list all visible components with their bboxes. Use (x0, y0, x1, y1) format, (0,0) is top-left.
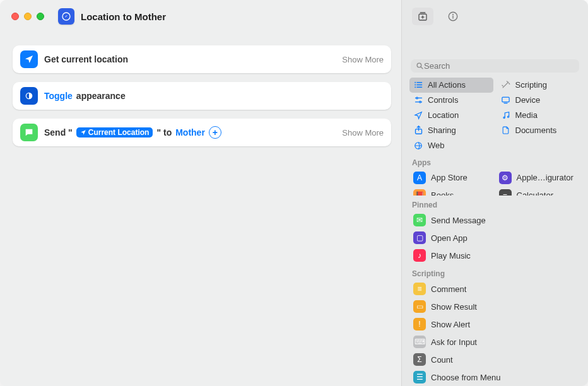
category-documents[interactable]: Documents (497, 123, 581, 138)
category-label: Documents (515, 126, 557, 135)
scripting-count[interactable]: ΣCount (409, 351, 580, 368)
apps-list: AApp Store ⚙Apple…igurator 📕Books =Calcu… (402, 169, 588, 196)
category-controls[interactable]: Controls (409, 93, 493, 108)
app-calculator[interactable]: =Calculator (495, 187, 581, 196)
search-input[interactable] (424, 61, 574, 71)
result-icon: ▭ (413, 300, 426, 313)
action-toggle-appearance[interactable]: Toggle appearance (13, 82, 391, 110)
item-label: Send Message (431, 216, 486, 225)
sidebar-titlebar (401, 0, 588, 33)
scripting-show-result[interactable]: ▭Show Result (409, 298, 580, 315)
scripting-choose-from-menu[interactable]: ☰Choose from Menu (409, 368, 580, 386)
recipient-param[interactable]: Mother (175, 127, 205, 137)
window-controls (11, 13, 44, 20)
pinned-play-music[interactable]: ♪Play Music (409, 247, 580, 264)
input-icon: ⌨ (413, 336, 426, 348)
main: Get current location Show More Toggle ap… (0, 33, 588, 386)
action-get-current-location[interactable]: Get current location Show More (13, 45, 391, 73)
category-label: Web (428, 141, 445, 150)
item-label: Count (431, 355, 453, 365)
pinned-open-app[interactable]: ▢Open App (409, 229, 580, 247)
app-apple-configurator[interactable]: ⚙Apple…igurator (495, 169, 581, 187)
svg-point-8 (415, 85, 416, 86)
app-books[interactable]: 📕Books (409, 187, 495, 196)
category-media[interactable]: Media (497, 108, 581, 123)
library-sidebar: All Actions Scripting Controls Device Lo… (401, 33, 588, 386)
send-prefix: Send " (44, 127, 73, 137)
add-recipient-button[interactable]: + (209, 126, 221, 139)
svg-point-4 (453, 15, 454, 15)
alert-icon: ! (413, 318, 426, 330)
show-more-button[interactable]: Show More (342, 128, 384, 137)
item-label: Comment (431, 284, 466, 294)
scripting-ask-for-input[interactable]: ⌨Ask for Input (409, 333, 580, 351)
category-sharing[interactable]: Sharing (409, 123, 493, 138)
category-label: Location (428, 110, 459, 120)
appearance-icon (20, 87, 38, 105)
document-icon (501, 126, 511, 136)
app-app-store[interactable]: AApp Store (409, 169, 495, 187)
category-web[interactable]: Web (409, 138, 493, 153)
category-location[interactable]: Location (409, 108, 493, 123)
messages-icon (20, 124, 38, 141)
item-label: Ask for Input (431, 337, 477, 347)
item-label: Open App (431, 233, 467, 243)
app-label: Apple…igurator (517, 173, 573, 182)
menu-icon: ☰ (413, 371, 426, 383)
show-more-button[interactable]: Show More (342, 55, 384, 64)
category-label: Controls (428, 95, 458, 105)
scripting-header: Scripting (402, 264, 588, 280)
action-send-message[interactable]: Send " Current Location " to Mother + Sh… (13, 119, 391, 146)
pinned-header: Pinned (402, 196, 588, 211)
search-icon (416, 62, 424, 70)
toggle-param[interactable]: Toggle (44, 91, 73, 101)
item-label: Play Music (431, 251, 471, 260)
svg-point-7 (415, 82, 416, 83)
pinned-send-message[interactable]: ✉Send Message (409, 211, 580, 229)
scripting-show-alert[interactable]: !Show Alert (409, 315, 580, 333)
appstore-icon: A (413, 172, 426, 184)
category-label: Device (515, 95, 541, 105)
messages-icon: ✉ (413, 214, 426, 226)
app-window: Location to Mother (0, 0, 588, 386)
books-icon: 📕 (413, 189, 426, 196)
search-field[interactable] (411, 59, 579, 73)
item-label: Show Result (431, 302, 477, 312)
pinned-list: ✉Send Message ▢Open App ♪Play Music (402, 211, 588, 264)
editor-area[interactable]: Get current location Show More Toggle ap… (0, 33, 401, 386)
app-label: Calculator (517, 190, 554, 196)
category-label: Scripting (515, 80, 548, 90)
item-label: Choose from Menu (431, 373, 501, 382)
category-device[interactable]: Device (497, 93, 581, 108)
category-all-actions[interactable]: All Actions (409, 78, 493, 93)
shortcut-title: Location to Mother (81, 11, 166, 22)
location-icon (413, 110, 423, 120)
info-button[interactable] (445, 8, 461, 25)
library-button[interactable] (412, 8, 433, 25)
category-scripting[interactable]: Scripting (497, 78, 581, 93)
action-params: Toggle appearance (44, 91, 126, 101)
count-icon: Σ (413, 353, 426, 366)
configurator-icon: ⚙ (499, 172, 512, 184)
category-grid: All Actions Scripting Controls Device Lo… (402, 78, 588, 153)
action-params: Send " Current Location " to Mother + (44, 126, 221, 139)
maximize-window-button[interactable] (37, 13, 44, 20)
openapp-icon: ▢ (413, 231, 426, 244)
action-trailing: appearance (76, 91, 126, 101)
device-icon (501, 95, 511, 105)
token-label: Current Location (88, 128, 150, 137)
music-icon (501, 110, 511, 120)
minimize-window-button[interactable] (24, 13, 32, 20)
share-icon (413, 126, 423, 136)
svg-point-9 (415, 87, 416, 88)
svg-rect-12 (502, 97, 509, 102)
compass-icon (58, 8, 74, 25)
close-window-button[interactable] (11, 13, 19, 20)
magic-variable-token[interactable]: Current Location (76, 127, 153, 137)
scripting-comment[interactable]: ≡Comment (409, 280, 580, 298)
location-arrow-icon (20, 50, 38, 68)
svg-point-14 (507, 116, 509, 117)
list-icon (413, 80, 423, 90)
music-icon: ♪ (413, 249, 426, 262)
category-label: Media (515, 110, 538, 120)
